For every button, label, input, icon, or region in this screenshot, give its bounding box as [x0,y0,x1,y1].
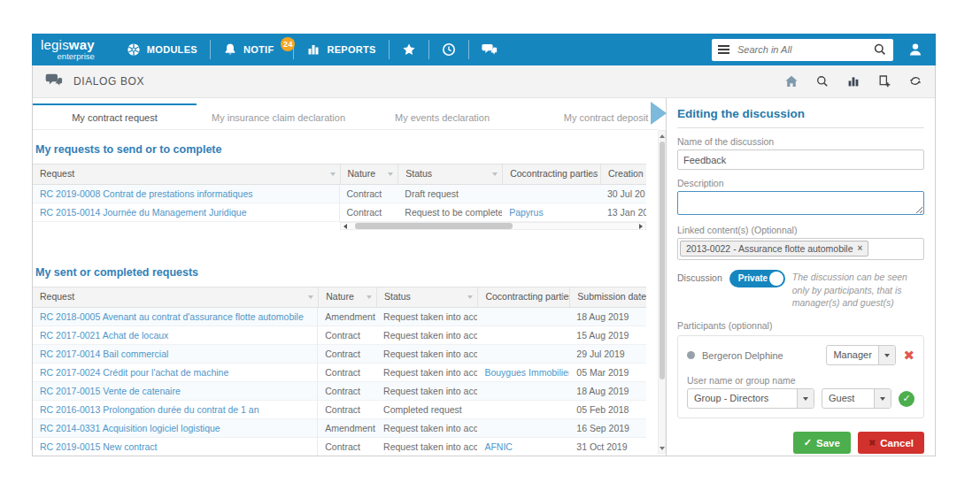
scroll-right-button[interactable] [637,222,645,230]
table-row[interactable]: RC 2014-0331 Acquisition logiciel logist… [33,419,646,438]
cell-request[interactable]: RC 2014-0331 Acquisition logiciel logist… [33,419,318,437]
search-scope-menu-icon[interactable] [718,45,729,54]
search-icon[interactable] [815,74,830,88]
cell-request[interactable]: RC 2016-0013 Prolongation durée du contr… [33,401,318,418]
horizontal-scrollbar[interactable] [340,222,647,230]
star-icon [402,42,416,57]
discussion-label: Discussion [677,270,722,283]
logo-part2: way [69,37,95,52]
nav-reports[interactable]: REPORTS [294,34,388,65]
nav-reports-label: REPORTS [327,44,375,55]
sort-chevron-icon [367,295,372,299]
column-header[interactable]: Cocontracting parties [477,287,569,307]
section-title: My requests to send or to complete [35,143,658,156]
column-header[interactable]: Request [33,287,318,307]
table-row[interactable]: RC 2017-0015 Vente de catenaireContractR… [33,382,646,401]
column-header[interactable]: Status [397,165,502,184]
cell-nature: Contract [340,185,398,203]
column-header[interactable]: Cocontracting parties [502,165,600,184]
table-row[interactable]: RC 2017-0024 Crédit pour l'achat de mach… [33,364,646,382]
refresh-icon[interactable] [908,74,922,88]
cell-request[interactable]: RC 2015-0014 Journée du Management Jurid… [33,203,340,221]
tab-my-contract-request[interactable]: My contract request [33,103,197,129]
cell-status: Request to be completed [397,203,502,221]
table-row[interactable]: RC 2018-0005 Avenant au contrat d'assura… [33,308,646,326]
table-row[interactable]: RC 2017-0014 Bail commercialContractRequ… [33,345,646,364]
column-header[interactable]: Creation [600,165,646,184]
cell-request[interactable]: RC 2019-0015 New contract [33,438,318,456]
cell-request[interactable]: RC 2018-0005 Avenant au contrat d'assura… [33,308,318,326]
tab-my-insurance-claim-declaration[interactable]: My insurance claim declaration [197,103,360,129]
linked-content-label: Linked content(s) (Optionnal) [677,225,924,235]
nav-notifications[interactable]: NOTIF 24 [211,34,294,65]
nav-dialog-box[interactable] [469,34,510,65]
save-button[interactable]: ✓ Save [793,432,851,454]
toolbar-actions [784,74,922,88]
cell-request[interactable]: RC 2017-0015 Vente de catenaire [33,382,318,400]
column-header[interactable]: Submission date [569,287,646,307]
column-header[interactable]: Status [376,287,477,307]
cell-parties[interactable]: Bouygues Immobilier [477,364,569,381]
remove-participant-icon[interactable]: ✖ [903,349,914,362]
user-group-select[interactable]: Group - Directors [687,388,814,409]
cancel-button[interactable]: ✖ Cancel [858,432,924,454]
description-field[interactable] [677,191,924,215]
privacy-toggle[interactable]: Private [729,270,785,287]
cell-parties [477,308,569,326]
search-icon[interactable] [873,42,887,57]
table-row[interactable]: RC 2017-0021 Achat de locauxContractRequ… [33,326,646,345]
participants-label: Participants (optionnal) [677,320,924,331]
confirm-participant-icon[interactable]: ✓ [899,391,914,407]
table-body: RC 2018-0005 Avenant au contrat d'assura… [33,308,646,456]
scrollbar-track[interactable] [350,223,637,229]
scrollbar-thumb[interactable] [355,223,513,229]
user-profile-button[interactable] [907,42,923,57]
cell-request[interactable]: RC 2017-0014 Bail commercial [33,345,318,363]
scroll-up-button[interactable] [659,131,665,141]
table-row[interactable]: RC 2019-0008 Contrat de prestations info… [33,185,646,203]
save-button-label: Save [816,438,840,448]
nav-modules[interactable]: MODULES [114,34,210,65]
nav-favorites[interactable] [390,34,428,65]
global-search [712,39,893,61]
column-header[interactable]: Nature [318,287,376,307]
linked-content-field[interactable]: 2013-0022 - Assurance flotte automobile … [677,238,924,260]
logo-part1: legis [41,37,69,52]
collapse-panel-arrow-icon[interactable] [651,102,667,125]
cell-parties[interactable]: AFNIC [477,438,569,456]
home-icon[interactable] [784,74,799,88]
table-row[interactable]: RC 2015-0014 Journée du Management Jurid… [33,203,646,222]
cell-parties[interactable]: Papyrus [502,203,600,221]
remove-tag-icon[interactable]: × [858,244,863,253]
column-header[interactable]: Nature [340,165,398,184]
tab-my-contract-deposit[interactable]: My contract deposit [524,103,658,129]
new-role-select[interactable]: Guest [822,388,891,409]
cell-nature: Contract [318,401,376,418]
cell-nature: Contract [318,345,376,363]
search-input[interactable] [736,43,867,56]
vertical-scrollbar[interactable] [658,98,666,456]
cell-status: Request taken into account [376,326,477,344]
nav-history[interactable] [429,34,468,65]
logo-subtitle: enterprise [41,52,95,61]
cell-status: Completed request [376,401,477,418]
discussion-name-field[interactable] [677,149,924,170]
file-plus-icon[interactable] [877,74,891,88]
table-row[interactable]: RC 2016-0013 Prolongation durée du contr… [33,401,646,419]
new-role-value: Guest [822,389,874,408]
scroll-left-button[interactable] [341,222,350,230]
table-row[interactable]: RC 2019-0015 New contractContractRequest… [33,438,646,456]
linked-content-tag-label: 2013-0022 - Assurance flotte automobile [686,243,853,254]
column-header[interactable]: Request [33,165,340,184]
cell-request[interactable]: RC 2017-0024 Crédit pour l'achat de mach… [33,364,318,381]
cell-nature: Contract [318,382,376,400]
cell-status: Request taken into account [376,382,477,400]
tab-my-events-declaration[interactable]: My events declaration [360,103,524,129]
participant-role-select[interactable]: Manager [826,345,896,365]
cell-request[interactable]: RC 2019-0008 Contrat de prestations info… [33,185,340,203]
scroll-down-button[interactable] [659,443,665,453]
cell-request[interactable]: RC 2017-0021 Achat de locaux [33,326,318,344]
bar-chart-icon[interactable] [846,74,860,88]
cell-date: 18 Aug 2019 [569,382,646,400]
scrollbar-thumb[interactable] [660,142,665,379]
